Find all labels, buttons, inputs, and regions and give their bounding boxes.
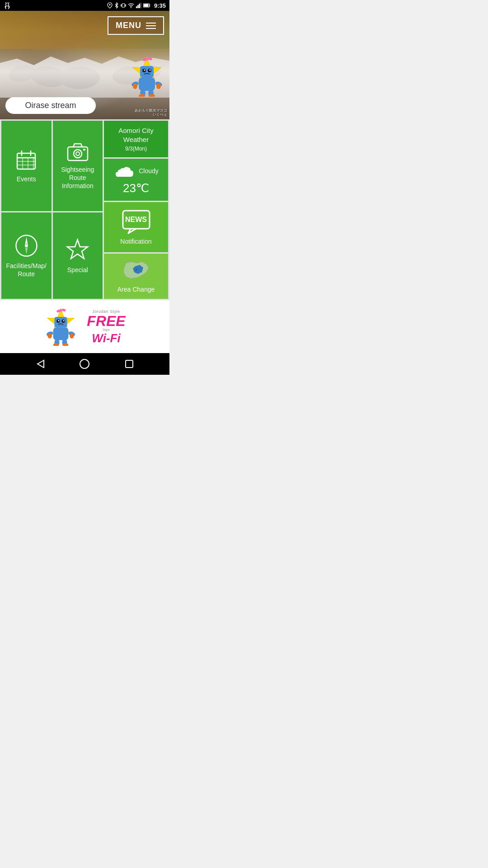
- mascot-label: あおもり観光マスコ いくべぇ: [135, 108, 167, 117]
- svg-point-34: [156, 84, 161, 89]
- wifi-logo-block: Jorudan Style FREE Style Wi-Fi: [87, 309, 125, 344]
- svg-rect-64: [55, 317, 67, 327]
- location-pill: Oirase stream: [5, 97, 96, 114]
- svg-point-7: [109, 4, 110, 5]
- android-icon: [4, 2, 11, 9]
- special-tile[interactable]: Special: [53, 212, 103, 299]
- svg-rect-80: [126, 360, 133, 368]
- svg-point-58: [25, 244, 28, 247]
- svg-point-68: [63, 320, 65, 321]
- events-tile[interactable]: Events: [1, 121, 52, 211]
- home-button[interactable]: [76, 356, 93, 372]
- camera-icon: [66, 142, 89, 162]
- menu-label: MENU: [116, 21, 141, 30]
- svg-point-73: [70, 334, 74, 339]
- svg-point-33: [133, 84, 137, 89]
- status-left-icons: [4, 2, 11, 9]
- svg-rect-13: [137, 5, 139, 8]
- sightseeing-tile[interactable]: Sightseeing Route Information: [53, 121, 103, 211]
- svg-point-0: [6, 3, 9, 6]
- svg-rect-12: [136, 6, 137, 8]
- weather-panel[interactable]: Aomori City Weather 9/3(Mon) Cloudy 23℃ …: [104, 121, 168, 299]
- recent-button[interactable]: [121, 356, 137, 372]
- facilities-tile[interactable]: Facilities/Map/ Route: [1, 212, 52, 299]
- hero-section: MENU: [0, 11, 169, 119]
- bottom-mascot: [44, 307, 78, 346]
- facilities-label: Facilities/Map/ Route: [6, 262, 47, 278]
- signal-icon: [136, 3, 141, 8]
- cloud-icon: [113, 164, 136, 178]
- wifi-label: Wi-Fi: [92, 332, 120, 344]
- svg-rect-14: [139, 4, 140, 8]
- news-sublabel: Notification: [120, 238, 151, 245]
- star-icon: [65, 237, 90, 262]
- svg-line-1: [5, 3, 6, 4]
- vibrate-icon: [121, 2, 126, 9]
- weather-temperature: 23℃: [123, 181, 149, 195]
- weather-top: Aomori City Weather 9/3(Mon): [104, 121, 168, 157]
- menu-button[interactable]: MENU: [108, 16, 164, 35]
- status-right-icons: 9:35: [107, 2, 166, 9]
- news-icon: NEWS: [122, 209, 151, 234]
- weather-date: 9/3(Mon): [109, 146, 163, 152]
- mascot-label-line1: あおもり観光マスコ: [135, 108, 167, 113]
- svg-point-28: [144, 70, 145, 71]
- calendar-icon: [15, 149, 38, 171]
- sightseeing-label: Sightseeing Route Information: [57, 165, 99, 190]
- svg-point-72: [48, 334, 52, 339]
- area-label: Area Change: [117, 286, 155, 293]
- svg-point-11: [131, 7, 131, 8]
- battery-icon: [143, 3, 150, 8]
- svg-point-3: [6, 5, 7, 5]
- svg-point-79: [80, 359, 89, 368]
- svg-rect-25: [140, 66, 154, 77]
- compass-icon: [14, 233, 39, 258]
- svg-marker-78: [38, 360, 44, 368]
- news-panel[interactable]: NEWS Notification: [104, 202, 168, 252]
- status-bar: 9:35: [0, 0, 169, 11]
- svg-point-4: [8, 5, 8, 5]
- svg-rect-17: [144, 4, 148, 7]
- weather-city-line2: Weather: [109, 135, 163, 144]
- back-button[interactable]: [32, 356, 48, 372]
- home-circle-icon: [79, 359, 90, 369]
- svg-line-2: [9, 3, 9, 4]
- svg-point-49: [74, 150, 82, 158]
- style-label: Style: [103, 328, 110, 331]
- svg-rect-30: [139, 77, 155, 91]
- bottom-section: Jorudan Style FREE Style Wi-Fi: [0, 300, 169, 353]
- weather-city-line1: Aomori City: [109, 126, 163, 135]
- events-label: Events: [17, 175, 36, 183]
- svg-text:NEWS: NEWS: [125, 216, 147, 223]
- svg-marker-59: [67, 240, 88, 259]
- weather-condition: Cloudy: [113, 164, 159, 178]
- wifi-icon: [128, 3, 134, 8]
- map-icon: [122, 259, 151, 282]
- svg-rect-15: [140, 3, 141, 8]
- special-label: Special: [67, 266, 88, 274]
- free-label: FREE: [87, 314, 125, 328]
- main-grid: Events Sightseeing Route Information Aom…: [0, 119, 169, 300]
- back-icon: [35, 359, 46, 369]
- mascot-character: [129, 56, 165, 97]
- navigation-bar: [0, 353, 169, 375]
- svg-point-67: [58, 320, 60, 321]
- svg-rect-51: [83, 149, 85, 151]
- mascot-svg: [129, 56, 165, 97]
- time-display: 9:35: [154, 2, 166, 9]
- area-panel[interactable]: Area Change: [104, 254, 168, 299]
- svg-point-50: [76, 152, 80, 156]
- svg-point-54: [136, 269, 137, 270]
- hamburger-icon: [146, 23, 156, 29]
- location-icon: [107, 2, 113, 9]
- svg-point-24: [145, 58, 148, 61]
- mascot-label-line2: いくべぇ: [135, 113, 167, 117]
- svg-point-29: [150, 70, 151, 71]
- weather-bottom: Cloudy 23℃: [104, 159, 168, 201]
- location-name: Oirase stream: [25, 101, 76, 110]
- svg-rect-8: [122, 4, 125, 7]
- svg-point-63: [60, 309, 62, 312]
- weather-city: Aomori City Weather: [109, 126, 163, 144]
- weather-condition-label: Cloudy: [139, 167, 159, 175]
- recent-icon: [124, 359, 135, 369]
